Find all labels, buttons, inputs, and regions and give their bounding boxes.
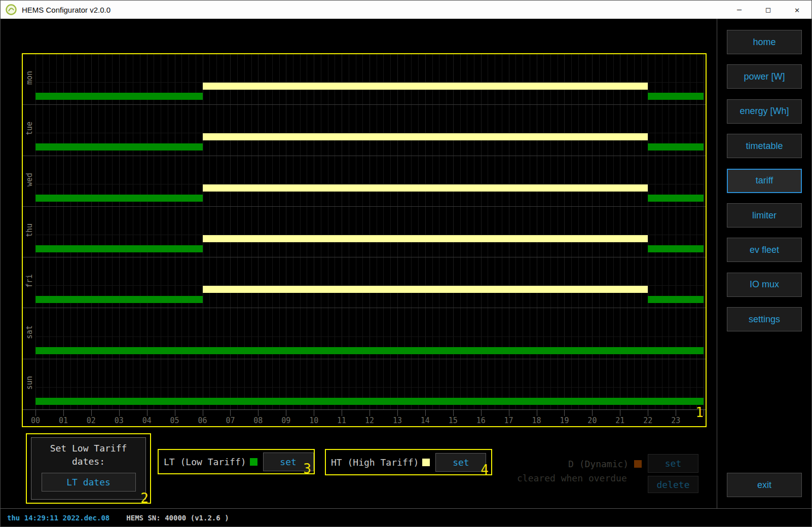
day-label-tue: tue [25,105,34,152]
bar-mon-lt-22[interactable] [648,93,704,100]
x-axis-ticks [35,410,705,416]
ht-color-swatch [422,459,430,466]
x-axis-label-12: 12 [356,416,383,425]
bar-tue-lt-22[interactable] [648,143,704,150]
annotation-2: 2 [140,492,149,505]
day-label-wed: wed [25,156,34,203]
dynamic-note: cleared when overdue [517,473,627,483]
tariff-week-chart[interactable]: montuewedthufrisatsun 000102030405060708… [22,53,707,427]
minimize-icon: — [737,5,742,14]
bar-wed-lt-0[interactable] [35,195,203,202]
day-label-sun: sun [25,359,34,406]
bar-mon-ht-6[interactable] [203,83,648,90]
day-label-mon: mon [25,54,34,101]
sidebar-item-settings[interactable]: settings [727,307,802,331]
day-label-sat: sat [25,309,34,355]
sidebar-item-tariff[interactable]: tariff [727,169,802,193]
window-title: HEMS Configurator v2.0.0 [22,6,110,14]
bar-thu-lt-0[interactable] [35,245,203,252]
sidebar-item-home[interactable]: home [727,30,802,54]
x-axis-label-16: 16 [467,416,495,425]
app-icon [6,4,17,15]
sidebar-item-io-mux[interactable]: IO mux [727,273,802,297]
x-axis-label-00: 00 [22,416,49,425]
dynamic-color-swatch [634,460,642,468]
window-controls: — □ ✕ [725,1,811,19]
low-tariff-group: LT (Low Tariff) set 3 [158,449,315,474]
lt-dates-panel: Set Low Tariff dates: LT dates 2 [26,433,151,504]
status-device-info: HEMS SN: 40000 (v1.2.6 ) [126,514,229,522]
x-axis-label-20: 20 [578,416,606,425]
x-axis-label-01: 01 [50,416,77,425]
x-axis-label-06: 06 [189,416,216,425]
sidebar-item-power[interactable]: power [W] [727,64,802,89]
x-axis-label-18: 18 [523,416,550,425]
x-axis-label-07: 07 [216,416,244,425]
bar-fri-ht-6[interactable] [203,286,648,293]
dynamic-set-button: set [648,454,698,473]
status-bar: thu 14:29:11 2022.dec.08 HEMS SN: 40000 … [1,508,811,526]
x-axis-label-15: 15 [439,416,467,425]
bar-sat-lt-0[interactable] [35,347,704,354]
minimize-button[interactable]: — [725,1,754,19]
dynamic-delete-button: delete [648,476,698,493]
close-button[interactable]: ✕ [783,1,811,19]
ht-label: HT (High Tariff) [331,457,419,468]
sidebar-item-limiter[interactable]: limiter [727,203,802,228]
x-axis-label-17: 17 [495,416,523,425]
app-window: HEMS Configurator v2.0.0 — □ ✕ montuewed… [0,0,812,527]
lt-label: LT (Low Tariff) [164,457,246,467]
close-icon: ✕ [795,5,800,15]
ht-set-button[interactable]: set [435,453,486,472]
x-axis-label-14: 14 [412,416,439,425]
annotation-3: 3 [303,462,311,475]
bar-thu-ht-6[interactable] [203,235,648,242]
lt-dates-text-line2: dates: [72,455,105,468]
titlebar: HEMS Configurator v2.0.0 — □ ✕ [1,1,811,19]
high-tariff-group: HT (High Tariff) set 4 [325,449,492,475]
x-axis-label-10: 10 [300,416,327,425]
dynamic-tariff-group: D (Dynamic) set cleared when overdue del… [507,449,708,496]
status-datetime: thu 14:29:11 2022.dec.08 [7,514,109,522]
x-axis-label-23: 23 [662,416,689,425]
day-label-thu: thu [25,207,34,253]
annotation-1: 1 [695,406,704,419]
annotation-4: 4 [481,463,489,476]
bar-thu-lt-22[interactable] [648,245,704,252]
x-axis-label-08: 08 [244,416,272,425]
maximize-button[interactable]: □ [754,1,783,19]
bar-sun-lt-0[interactable] [35,398,704,405]
lt-dates-text-line1: Set Low Tariff [50,442,127,455]
day-label-fri: fri [25,257,34,304]
x-axis-label-04: 04 [133,416,161,425]
bar-wed-ht-6[interactable] [203,184,648,192]
bar-tue-lt-0[interactable] [35,143,203,150]
sidebar-item-ev-fleet[interactable]: ev fleet [727,238,802,262]
bar-fri-lt-0[interactable] [35,296,203,303]
exit-button[interactable]: exit [727,473,802,497]
lt-dates-inner-panel: Set Low Tariff dates: LT dates [31,437,146,500]
maximize-icon: □ [766,5,770,14]
bar-wed-lt-22[interactable] [648,195,704,202]
x-axis-label-03: 03 [105,416,133,425]
x-axis-label-13: 13 [384,416,411,425]
x-axis-label-11: 11 [328,416,355,425]
sidebar-item-energy[interactable]: energy [Wh] [727,99,802,124]
lt-dates-button[interactable]: LT dates [42,473,136,492]
bar-tue-ht-6[interactable] [203,133,648,140]
x-axis-label-09: 09 [272,416,300,425]
x-axis-label-05: 05 [161,416,189,425]
x-axis-label-19: 19 [550,416,578,425]
bar-mon-lt-0[interactable] [35,93,203,100]
x-axis-label-02: 02 [78,416,105,425]
x-axis-label-21: 21 [606,416,634,425]
x-axis-label-22: 22 [634,416,661,425]
bar-fri-lt-22[interactable] [648,296,704,303]
dynamic-label: D (Dynamic) [568,459,629,469]
sidebar: exit homepower [W]energy [Wh]timetableta… [717,19,812,508]
sidebar-item-timetable[interactable]: timetable [727,134,802,158]
lt-color-swatch [250,458,257,466]
